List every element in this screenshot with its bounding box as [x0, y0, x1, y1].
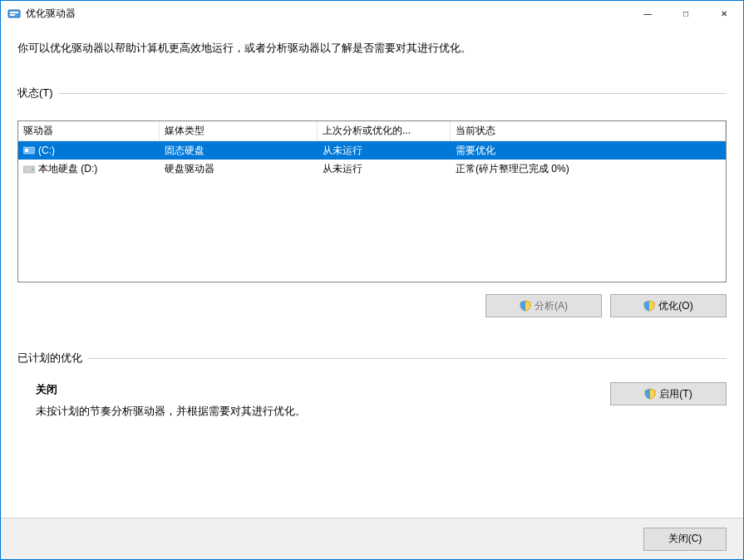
drive-c-name: (C:): [38, 145, 55, 156]
schedule-legend: 已计划的优化: [17, 351, 87, 366]
status-legend: 状态(T): [17, 86, 58, 101]
optimize-button-label: 优化(O): [658, 299, 692, 313]
status-section: 状态(T) 驱动器 媒体类型 上次分析或优化的... 当前状态 (C:) 固态硬…: [17, 86, 727, 317]
window-title: 优化驱动器: [26, 7, 76, 21]
svg-point-6: [32, 169, 33, 170]
description-text: 你可以优化驱动器以帮助计算机更高效地运行，或者分析驱动器以了解是否需要对其进行优…: [17, 41, 727, 56]
header-drive[interactable]: 驱动器: [18, 121, 160, 140]
shield-icon: [643, 300, 655, 312]
drive-c-media: 固态硬盘: [160, 144, 318, 158]
header-state[interactable]: 当前状态: [451, 121, 726, 140]
drive-row-d[interactable]: 本地硬盘 (D:) 硬盘驱动器 从未运行 正常(碎片整理已完成 0%): [18, 160, 726, 178]
analyze-button[interactable]: 分析(A): [485, 294, 602, 317]
svg-rect-1: [10, 12, 18, 13]
svg-rect-2: [10, 14, 15, 16]
drive-d-state: 正常(碎片整理已完成 0%): [451, 162, 726, 176]
shield-icon: [644, 388, 656, 400]
enable-schedule-button[interactable]: 启用(T): [610, 382, 727, 405]
footer: 关闭(C): [1, 518, 743, 559]
close-window-button[interactable]: ✕: [705, 1, 743, 26]
drive-c-state: 需要优化: [451, 144, 726, 158]
drive-row-c[interactable]: (C:) 固态硬盘 从未运行 需要优化: [18, 141, 726, 160]
drive-d-media: 硬盘驱动器: [160, 162, 318, 176]
header-last[interactable]: 上次分析或优化的...: [318, 121, 451, 140]
schedule-text: 关闭 未按计划的节奏分析驱动器，并根据需要对其进行优化。: [17, 382, 306, 419]
minimize-button[interactable]: —: [628, 1, 667, 26]
window-controls: — □ ✕: [628, 1, 743, 26]
schedule-status-desc: 未按计划的节奏分析驱动器，并根据需要对其进行优化。: [36, 404, 306, 419]
schedule-section: 已计划的优化 关闭 未按计划的节奏分析驱动器，并根据需要对其进行优化。 启用(T…: [17, 351, 727, 419]
header-media[interactable]: 媒体类型: [160, 121, 318, 140]
drive-d-last: 从未运行: [318, 162, 451, 176]
drive-list[interactable]: 驱动器 媒体类型 上次分析或优化的... 当前状态 (C:) 固态硬盘 从未运行…: [17, 120, 727, 282]
hdd-icon: [23, 165, 35, 173]
schedule-status-title: 关闭: [36, 382, 306, 397]
status-buttons: 分析(A) 优化(O): [17, 294, 727, 317]
optimize-button[interactable]: 优化(O): [610, 294, 727, 317]
analyze-button-label: 分析(A): [535, 299, 568, 313]
app-icon: [7, 7, 21, 20]
close-button-label: 关闭(C): [668, 532, 702, 546]
shield-icon: [520, 300, 531, 312]
svg-rect-0: [8, 10, 20, 17]
close-button[interactable]: 关闭(C): [643, 528, 727, 551]
enable-button-label: 启用(T): [659, 387, 692, 401]
maximize-button[interactable]: □: [667, 1, 705, 26]
drive-list-header: 驱动器 媒体类型 上次分析或优化的... 当前状态: [18, 121, 726, 141]
drive-c-last: 从未运行: [318, 144, 451, 158]
drive-d-name: 本地硬盘 (D:): [38, 162, 97, 176]
titlebar: 优化驱动器 — □ ✕: [1, 1, 743, 26]
ssd-icon: [23, 145, 35, 155]
svg-rect-4: [25, 149, 28, 152]
